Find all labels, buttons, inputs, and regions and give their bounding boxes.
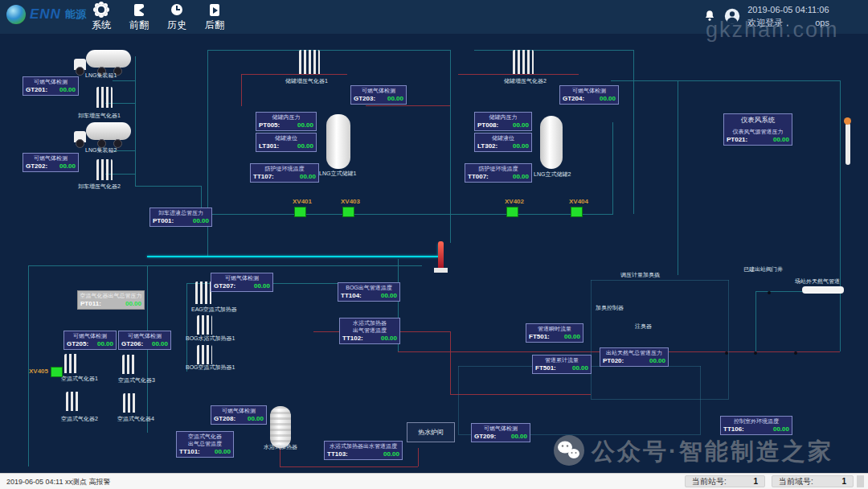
domain-value: 1 <box>841 477 846 486</box>
valve-label-xv401: XV401 <box>293 198 312 205</box>
instrument-box-ft501a: 管道瞬时流量FT501:00.00 <box>526 323 583 343</box>
valve-xv404[interactable] <box>571 207 583 217</box>
box-title: 出气总管温度 <box>177 440 233 447</box>
menu-item-page-next[interactable]: 后翻 <box>196 3 233 32</box>
water-bath-heater-icon <box>270 406 291 448</box>
instrument-value: 00.00 <box>381 335 397 342</box>
avatar[interactable] <box>723 7 741 25</box>
pipe-segment <box>450 394 591 395</box>
box-value-row: TT107:00.00 <box>251 172 318 180</box>
equip-label-tank2: LNG立式储罐2 <box>534 171 571 179</box>
equip-label-tank1: LNG立式储罐1 <box>319 170 356 178</box>
box-value-row: LT301:00.00 <box>256 142 316 150</box>
pipe-segment <box>418 448 419 466</box>
instrument-tag: GT208: <box>214 415 235 422</box>
instrument-box-tt106: 控制室外环境温度TT106:00.00 <box>720 416 792 435</box>
process-canvas: 可燃气体检测GT201:00.00可燃气体检测GT202:00.00可燃气体检测… <box>0 34 868 473</box>
header-datetime: 2019-06-05 04:11:06 <box>747 3 829 16</box>
pipe-segment <box>591 280 592 399</box>
box-title: 防护堤环境温度 <box>251 165 318 172</box>
equip-label-truck2: LNG集装箱2 <box>85 146 117 154</box>
equip-label-valve_well: 已建出站阀门井 <box>743 265 783 273</box>
vaporizer-coil-icon <box>513 50 534 74</box>
instrument-value: 00.00 <box>387 95 403 102</box>
heater-coil-icon <box>197 345 212 364</box>
instrument-box-gt207: 可燃气体检测GT207:00.00 <box>211 273 273 292</box>
heater-coil-icon <box>197 315 212 335</box>
box-value-row: TT007:00.00 <box>465 172 531 180</box>
valve-xv402[interactable] <box>506 207 518 217</box>
pipe-segment <box>241 74 242 106</box>
box-title: 可燃气体检测 <box>23 154 78 162</box>
menu-item-page-prev[interactable]: 前翻 <box>121 3 158 32</box>
menu-item-history[interactable]: 历史 <box>158 3 195 32</box>
box-title: 仪表风系统 <box>724 115 792 128</box>
instrument-box-lt302: 储罐液位LT302:00.00 <box>474 133 532 152</box>
footer-corner-square <box>857 475 864 487</box>
pipe-segment <box>207 50 450 51</box>
instrument-box-gt202: 可燃气体检测GT202:00.00 <box>23 153 79 172</box>
instrument-value: 00.00 <box>513 121 529 129</box>
valve-xv405[interactable] <box>51 367 63 377</box>
valve-label-xv403: XV403 <box>341 198 360 205</box>
instrument-tag: PT020: <box>603 357 624 364</box>
instrument-tag: PT008: <box>477 121 498 129</box>
bell-icon[interactable] <box>702 9 717 23</box>
instrument-box-gt204: 可燃气体检测GT204:00.00 <box>559 85 619 105</box>
instrument-tag: LT301: <box>259 142 279 150</box>
instrument-value: 00.00 <box>254 282 270 290</box>
logged-in-user: ops <box>815 18 829 27</box>
enn-logo-icon <box>6 5 26 24</box>
box-title: 管道瞬时流量 <box>526 325 583 332</box>
instrument-value: 00.00 <box>97 340 113 347</box>
box-value-row: GT206:00.00 <box>119 339 170 347</box>
instrument-tag: GT202: <box>26 162 47 170</box>
box-value-row: FT501:00.00 <box>526 332 583 340</box>
pipe-segment <box>755 291 802 292</box>
box-title: 可燃气体检测 <box>211 407 266 414</box>
instrument-box-ft501b: 管道累计流量FT501:00.00 <box>532 355 592 374</box>
pipe-segment <box>28 265 29 466</box>
instrument-tag: GT206: <box>121 340 143 347</box>
box-title: 水浴式加热器 <box>340 319 399 327</box>
menu-item-system[interactable]: 系统 <box>83 3 120 32</box>
instrument-box-tt102: 水浴式加热器出气管道温度TT102:00.00 <box>339 318 400 344</box>
equip-label-unload_vap2: 卸车增压气化器2 <box>78 183 121 191</box>
vent-stack-tip <box>844 117 851 125</box>
pipe-segment <box>678 80 678 275</box>
flare-base <box>434 268 448 273</box>
instrument-box-gt201: 可燃气体检测GT201:00.00 <box>23 76 79 96</box>
instrument-box-pt021: 仪表风系统仪表风气源管道压力PT021:00.00 <box>723 113 792 146</box>
box-value-row: GT208:00.00 <box>211 414 266 422</box>
pipe-segment <box>700 366 701 434</box>
box-value-row: PT008:00.00 <box>475 121 531 129</box>
instrument-tag: FT501: <box>535 364 556 372</box>
pipe-segment <box>280 466 418 467</box>
lng-storage-tank-icon <box>326 114 350 169</box>
instrument-box-gt203: 可燃气体检测GT203:00.00 <box>350 85 407 105</box>
enn-logo[interactable]: ENN 能源 <box>6 5 86 24</box>
equip-label-bog_heater1: BOG水浴式加热器1 <box>186 335 235 343</box>
instrument-tag: GT204: <box>563 95 584 102</box>
box-title: 防护堤环境温度 <box>465 165 531 172</box>
box-title: 可燃气体检测 <box>23 78 78 85</box>
instrument-tag: PT005: <box>259 121 280 129</box>
instrument-value: 00.00 <box>383 450 399 458</box>
equip-label-odor_skid: 调压计量加臭撬 <box>620 271 660 279</box>
vaporizer-coil-icon <box>64 354 79 373</box>
box-value-row: GT204:00.00 <box>560 94 618 102</box>
equip-label-air_vap2: 空温式气化器2 <box>61 415 98 423</box>
scada-screen: ENN 能源 系统 前翻 历史 后翻 <box>0 0 868 489</box>
box-title: 控制室外环境温度 <box>721 417 792 425</box>
pipe-segment <box>135 56 136 187</box>
box-title: 水浴式加热器出水管道温度 <box>325 442 402 450</box>
instrument-value: 00.00 <box>600 95 616 102</box>
vaporizer-coil-icon <box>123 393 137 413</box>
equip-label-storage_vap2: 储罐增压气化器2 <box>504 77 547 85</box>
instrument-tag: PT011: <box>80 300 101 307</box>
box-value-row: FT501:00.00 <box>533 364 591 372</box>
valve-xv401[interactable] <box>294 207 306 217</box>
valve-xv403[interactable] <box>342 207 354 217</box>
equip-label-ext_pipe: 场站外天然气管道 <box>795 277 840 286</box>
instrument-box-gt209: 可燃气体检测GT209:00.00 <box>471 423 530 442</box>
